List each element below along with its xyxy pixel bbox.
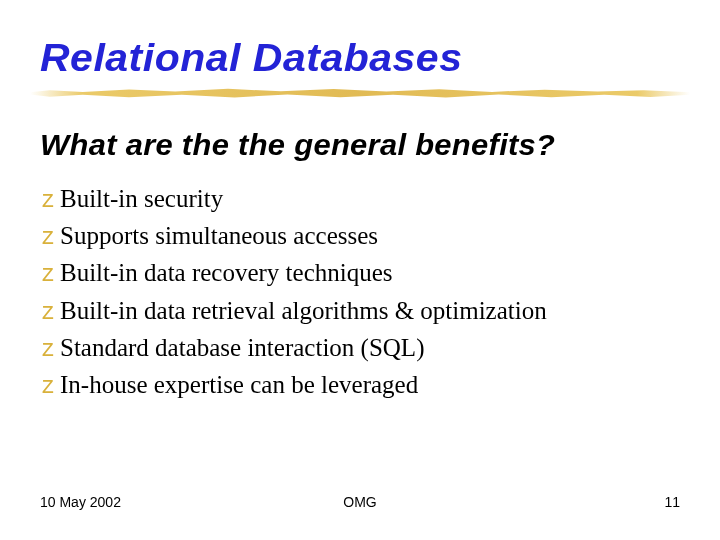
footer-date: 10 May 2002 <box>40 494 121 510</box>
title-underline <box>40 86 680 104</box>
bullet-icon: z <box>42 217 54 254</box>
bullet-text: Built-in data recovery techniques <box>60 254 393 291</box>
bullet-text: Built-in data retrieval algorithms & opt… <box>60 292 547 329</box>
bullet-text: In-house expertise can be leveraged <box>60 366 418 403</box>
list-item: z Supports simultaneous accesses <box>42 217 680 254</box>
bullet-icon: z <box>42 180 54 217</box>
bullet-text: Standard database interaction (SQL) <box>60 329 424 366</box>
bullet-icon: z <box>42 292 54 329</box>
bullet-icon: z <box>42 254 54 291</box>
bullet-icon: z <box>42 329 54 366</box>
footer-page-number: 11 <box>664 494 680 510</box>
list-item: z Built-in security <box>42 180 680 217</box>
slide-subtitle: What are the the general benefits? <box>40 128 699 162</box>
brush-stroke-icon <box>30 86 690 100</box>
list-item: z Built-in data recovery techniques <box>42 254 680 291</box>
list-item: z Standard database interaction (SQL) <box>42 329 680 366</box>
slide: Relational Databases What are the the ge… <box>0 0 720 540</box>
bullet-list: z Built-in security z Supports simultane… <box>40 180 680 403</box>
slide-footer: 10 May 2002 OMG 11 <box>40 494 680 510</box>
list-item: z Built-in data retrieval algorithms & o… <box>42 292 680 329</box>
list-item: z In-house expertise can be leveraged <box>42 366 680 403</box>
bullet-text: Built-in security <box>60 180 223 217</box>
bullet-text: Supports simultaneous accesses <box>60 217 378 254</box>
footer-org: OMG <box>343 494 376 510</box>
bullet-icon: z <box>42 366 54 403</box>
slide-title: Relational Databases <box>40 36 712 80</box>
